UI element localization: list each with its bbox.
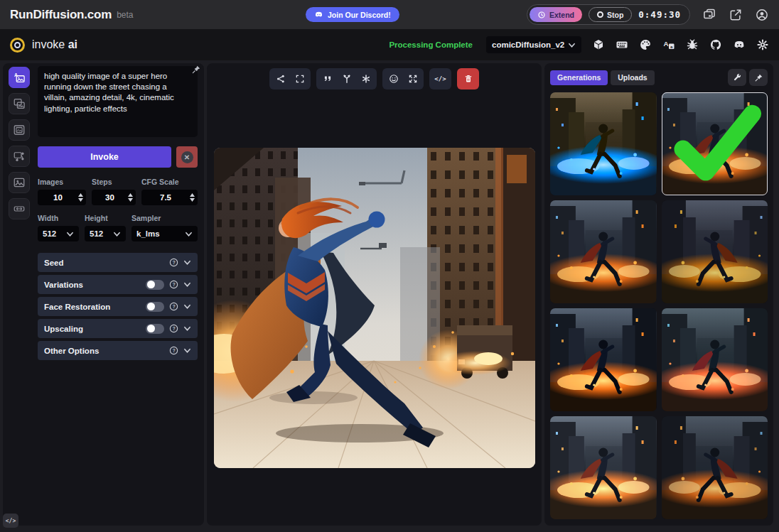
beta-badge: beta — [117, 10, 133, 20]
gallery-settings-button[interactable] — [728, 69, 746, 86]
stepper-arrows-icon[interactable] — [128, 193, 133, 202]
github-icon[interactable] — [709, 38, 722, 51]
other-options-accordion[interactable]: Other Options ? — [38, 341, 198, 360]
advanced-options: Seed ? Variations ? Face Restoration — [38, 253, 198, 360]
chevron-down-icon — [183, 259, 191, 266]
view-metadata-button[interactable]: </> — [431, 70, 450, 88]
tab-post-processing[interactable] — [9, 172, 30, 193]
sessions-gallery-icon[interactable] — [702, 8, 716, 22]
svg-text:?: ? — [173, 282, 176, 287]
brand-logo: RunDiffusion.com — [10, 8, 112, 22]
face-icon — [389, 74, 399, 84]
language-translate-icon[interactable]: Aa — [662, 38, 675, 51]
tab-uploads[interactable]: Uploads — [611, 70, 654, 85]
tab-training[interactable] — [9, 198, 30, 219]
discord-icon[interactable] — [733, 38, 746, 51]
cancel-button[interactable]: ✕ — [176, 146, 198, 168]
toggle-console-button[interactable]: </> — [3, 514, 18, 528]
open-external-icon[interactable] — [729, 8, 743, 22]
chevron-down-icon — [185, 231, 193, 237]
invoke-logo — [10, 38, 25, 53]
help-icon[interactable]: ? — [169, 324, 178, 333]
join-discord-button[interactable]: Join Our Discord! — [306, 7, 399, 22]
stepper-arrows-icon[interactable] — [78, 193, 83, 202]
width-label: Width — [38, 214, 79, 222]
images-input[interactable] — [38, 193, 78, 202]
asterisk-icon — [361, 74, 371, 84]
steps-stepper[interactable] — [92, 190, 136, 205]
prompt-input[interactable]: high quality image of a super hero runni… — [38, 66, 198, 137]
upscaling-toggle[interactable] — [146, 324, 164, 334]
gallery-thumbnail-6[interactable] — [662, 308, 768, 411]
share-image-button[interactable] — [271, 70, 290, 88]
stop-icon — [597, 11, 603, 18]
chevron-down-icon — [568, 42, 576, 48]
variations-toggle[interactable] — [146, 280, 164, 290]
chevron-down-icon — [113, 231, 121, 237]
extend-session-button[interactable]: Extend — [530, 7, 582, 22]
svg-text:?: ? — [173, 260, 176, 265]
variations-accordion[interactable]: Variations ? — [38, 275, 198, 294]
gallery-grid — [550, 92, 768, 519]
chevron-down-icon — [183, 325, 191, 332]
pin-gallery-button[interactable] — [749, 69, 768, 86]
post-processing-icon — [13, 176, 26, 189]
height-select[interactable]: 512 — [85, 226, 126, 241]
gallery-thumbnail-3[interactable] — [550, 200, 657, 303]
width-select[interactable]: 512 — [38, 226, 79, 241]
theme-palette-icon[interactable] — [639, 38, 652, 51]
svg-text:?: ? — [173, 348, 176, 353]
upscale-button[interactable] — [403, 70, 422, 88]
app-title: invoke ai — [32, 38, 77, 51]
settings-gear-icon[interactable] — [756, 38, 769, 51]
chevron-down-icon — [183, 281, 191, 288]
sampler-select[interactable]: k_lms — [131, 226, 198, 241]
stop-session-button[interactable]: Stop — [589, 7, 632, 22]
help-icon[interactable]: ? — [169, 280, 178, 289]
stepper-arrows-icon[interactable] — [190, 193, 195, 202]
share-icon — [276, 74, 286, 84]
use-seed-button[interactable] — [337, 70, 356, 88]
tab-text-to-image[interactable]: A — [9, 67, 30, 88]
pin-options-icon[interactable] — [191, 65, 201, 75]
images-stepper[interactable] — [38, 190, 86, 205]
help-icon[interactable]: ? — [169, 258, 178, 267]
fullscreen-button[interactable] — [290, 70, 309, 88]
report-bug-icon[interactable] — [686, 38, 699, 51]
gallery-thumbnail-2-selected[interactable] — [662, 92, 768, 195]
tab-image-to-image[interactable] — [9, 93, 30, 114]
gallery-thumbnail-8[interactable] — [662, 416, 768, 519]
svg-text:?: ? — [173, 304, 176, 309]
use-prompt-button[interactable] — [318, 70, 337, 88]
invoke-button[interactable]: Invoke — [38, 146, 171, 168]
steps-input[interactable] — [92, 193, 128, 202]
gallery-thumbnail-1[interactable] — [550, 92, 657, 195]
model-select[interactable]: comicDiffusion_v2 — [486, 36, 581, 53]
seed-accordion[interactable]: Seed ? — [38, 253, 198, 272]
image-toolbar: </> — [207, 68, 542, 89]
face-restoration-toggle[interactable] — [146, 302, 164, 312]
account-icon[interactable] — [755, 8, 769, 22]
tab-nodes[interactable] — [9, 146, 30, 167]
svg-text:A: A — [664, 40, 669, 48]
use-all-parameters-button[interactable] — [356, 70, 375, 88]
close-icon: ✕ — [181, 151, 193, 163]
image-to-image-icon — [13, 97, 26, 110]
help-icon[interactable]: ? — [169, 302, 178, 311]
nodes-icon — [13, 150, 26, 163]
fix-faces-button[interactable] — [384, 70, 403, 88]
delete-image-button[interactable] — [457, 68, 479, 89]
gallery-thumbnail-4[interactable] — [662, 200, 768, 303]
model-manager-icon[interactable] — [592, 38, 605, 51]
gallery-thumbnail-5[interactable] — [550, 308, 657, 411]
tab-unified-canvas[interactable] — [9, 119, 30, 141]
cfg-scale-stepper[interactable] — [141, 190, 198, 205]
gallery-thumbnail-7[interactable] — [550, 416, 657, 519]
cfg-scale-label: CFG Scale — [141, 178, 198, 186]
help-icon[interactable]: ? — [169, 346, 178, 355]
hotkeys-keyboard-icon[interactable] — [616, 38, 628, 51]
tab-generations[interactable]: Generations — [550, 70, 608, 85]
cfg-scale-input[interactable] — [141, 193, 190, 202]
upscaling-accordion[interactable]: Upscaling ? — [38, 319, 198, 338]
face-restoration-accordion[interactable]: Face Restoration ? — [38, 297, 198, 316]
